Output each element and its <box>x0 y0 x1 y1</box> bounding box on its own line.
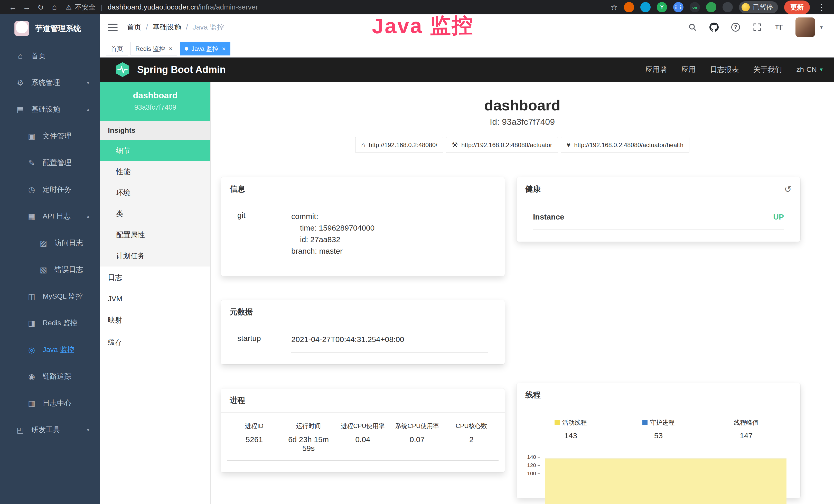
sidebar-item-tracing[interactable]: ◉ 链路追踪 <box>0 363 100 390</box>
browser-menu-icon[interactable]: ⋮ <box>816 2 827 12</box>
sba-item-classes[interactable]: 类 <box>100 203 211 224</box>
extension-icon-green-y[interactable]: Y <box>657 2 667 12</box>
font-size-icon[interactable]: TT <box>774 22 784 32</box>
edit-icon: ✎ <box>27 158 37 167</box>
process-cpu-value: 0.04 <box>336 435 390 461</box>
sidebar-item-access-log[interactable]: ▨ 访问日志 <box>0 230 100 256</box>
back-icon[interactable]: ← <box>7 3 19 12</box>
sidebar-item-infrastructure[interactable]: ▤ 基础设施 ▴ <box>0 96 100 123</box>
sidebar-item-dev-tools[interactable]: ◰ 研发工具 ▾ <box>0 416 100 443</box>
update-button[interactable]: 更新 <box>784 1 810 14</box>
sba-link-about[interactable]: 关于我们 <box>753 65 782 74</box>
sidebar-item-config-manage[interactable]: ✎ 配置管理 <box>0 150 100 176</box>
address-bar[interactable]: ⚠ 不安全 | dashboard.yudao.iocoder.cn/infra… <box>66 3 609 12</box>
browser-actions: ☆ Y ⋮⋮ on 已暂停 更新 ⋮ <box>610 1 827 14</box>
app-logo <box>14 21 29 36</box>
gear-icon: ⚙ <box>16 78 25 87</box>
health-url-link[interactable]: ♥ http://192.168.0.2:48080/actuator/heal… <box>561 137 689 153</box>
sidebar-item-file-manage[interactable]: ▣ 文件管理 <box>0 123 100 150</box>
close-icon[interactable]: × <box>169 45 172 52</box>
extension-icon-leaf[interactable] <box>706 2 716 12</box>
sidebar-item-api-log[interactable]: ▦ API 日志 ▴ <box>0 203 100 230</box>
sba-nav-links: 应用墙 应用 日志报表 关于我们 zh-CN ▾ <box>645 65 823 74</box>
extension-icon-dark[interactable] <box>723 2 733 12</box>
actuator-url-link[interactable]: ⚒ http://192.168.0.2:48080/actuator <box>446 137 558 153</box>
history-icon[interactable]: ↺ <box>785 184 792 194</box>
app-logo-block[interactable]: 芋道管理系统 <box>0 15 100 43</box>
cards-left-column: 信息 git commit: time: 1596289704000 id: 2… <box>221 177 505 497</box>
paused-badge[interactable]: 已暂停 <box>739 1 778 13</box>
browser-home-icon[interactable]: ⌂ <box>48 3 61 12</box>
extension-icon-fox[interactable] <box>624 2 634 12</box>
user-avatar[interactable] <box>795 18 815 37</box>
infrastructure-icon: ▤ <box>16 105 25 114</box>
legend-daemon-threads: 守护进程 <box>615 418 702 427</box>
tab-home[interactable]: 首页 <box>106 42 128 55</box>
header-actions: ? TT ▾ <box>687 18 823 37</box>
breadcrumb-infrastructure[interactable]: 基础设施 <box>153 22 181 32</box>
sidebar-item-scheduled-jobs[interactable]: ◷ 定时任务 <box>0 176 100 203</box>
tag-tabs-bar: 首页 Redis 监控 × Java 监控 × <box>100 40 834 58</box>
sba-instance-header[interactable]: dashboard 93a3fc7f7409 <box>100 82 211 121</box>
chevron-down-icon: ▾ <box>820 66 823 73</box>
sidebar-item-java-monitor[interactable]: ◎ Java 监控 <box>0 336 100 363</box>
sidebar-item-log-center[interactable]: ▥ 日志中心 <box>0 390 100 416</box>
process-card-title: 进程 <box>221 388 505 413</box>
app-title: 芋道管理系统 <box>35 23 81 34</box>
service-url-link[interactable]: ⌂ http://192.168.0.2:48080/ <box>355 137 443 153</box>
github-icon[interactable] <box>709 22 719 32</box>
metadata-startup-row: startup 2021-04-27T00:44:31.254+08:00 <box>221 334 505 352</box>
chevron-up-icon: ▴ <box>87 213 89 219</box>
info-card-title: 信息 <box>221 177 505 201</box>
search-icon[interactable] <box>687 22 697 32</box>
sba-item-config-props[interactable]: 配置属性 <box>100 224 211 246</box>
url-text: dashboard.yudao.iocoder.cn/infra/admin-s… <box>108 3 258 11</box>
sidebar-item-mysql-monitor[interactable]: ◫ MySQL 监控 <box>0 283 100 310</box>
sba-link-journal[interactable]: 日志报表 <box>710 65 739 74</box>
sba-item-caches[interactable]: 缓存 <box>100 331 211 353</box>
extension-icon-grid[interactable]: ⋮⋮ <box>673 2 683 12</box>
sidebar-item-system[interactable]: ⚙ 系统管理 ▾ <box>0 69 100 96</box>
fullscreen-icon[interactable] <box>752 22 762 32</box>
bookmark-star-icon[interactable]: ☆ <box>610 2 618 12</box>
sba-item-mappings[interactable]: 映射 <box>100 309 211 331</box>
y-tick-120: 120 <box>527 462 540 468</box>
reload-icon[interactable]: ↻ <box>35 3 47 12</box>
sba-item-jvm[interactable]: JVM <box>100 289 211 309</box>
home-icon: ⌂ <box>361 141 365 149</box>
uptime-value: 6d 23h 15m 59s <box>281 435 335 461</box>
extension-icon-blue[interactable] <box>640 2 651 12</box>
sidebar-item-home[interactable]: ⌂ 首页 <box>0 43 100 69</box>
forward-icon[interactable]: → <box>21 3 33 12</box>
sba-item-details[interactable]: 细节 <box>100 140 211 161</box>
sba-item-environment[interactable]: 环境 <box>100 182 211 203</box>
process-table-values: 5261 6d 23h 15m 59s 0.04 0.07 2 <box>221 435 505 461</box>
info-git-row: git commit: time: 1596289704000 id: 27aa… <box>221 210 505 264</box>
sidebar-item-redis-monitor[interactable]: ◨ Redis 监控 <box>0 310 100 336</box>
info-key: git <box>237 210 291 264</box>
sba-link-wallboard[interactable]: 应用墙 <box>645 65 667 74</box>
extension-icon-on[interactable]: on <box>690 2 700 12</box>
breadcrumb-home[interactable]: 首页 <box>127 22 141 32</box>
sba-item-metrics[interactable]: 性能 <box>100 161 211 182</box>
sba-item-logs[interactable]: 日志 <box>100 267 211 289</box>
cards-right-column: 健康 ↺ Instance UP <box>517 177 800 504</box>
threads-chart: 140 120 100 <box>545 447 788 498</box>
sba-brand[interactable]: Spring Boot Admin <box>114 62 226 77</box>
hamburger-icon[interactable] <box>108 24 118 31</box>
help-icon[interactable]: ? <box>731 22 741 32</box>
cpu-cores-value: 2 <box>444 435 499 461</box>
tab-java-monitor[interactable]: Java 监控 × <box>180 42 231 55</box>
sba-link-applications[interactable]: 应用 <box>681 65 696 74</box>
locale-select[interactable]: zh-CN ▾ <box>796 66 823 74</box>
legend-blue-swatch <box>642 420 648 425</box>
sba-item-scheduled-tasks[interactable]: 计划任务 <box>100 246 211 267</box>
avatar-caret-icon[interactable]: ▾ <box>820 24 823 30</box>
process-id-value: 5261 <box>227 435 281 461</box>
sidebar-item-error-log[interactable]: ▧ 错误日志 <box>0 256 100 283</box>
close-icon[interactable]: × <box>222 45 225 52</box>
tab-redis-monitor[interactable]: Redis 监控 × <box>130 42 177 55</box>
java-monitor-icon: ◎ <box>27 345 37 354</box>
metadata-value: 2021-04-27T00:44:31.254+08:00 <box>291 334 488 352</box>
metadata-key: startup <box>237 334 291 352</box>
